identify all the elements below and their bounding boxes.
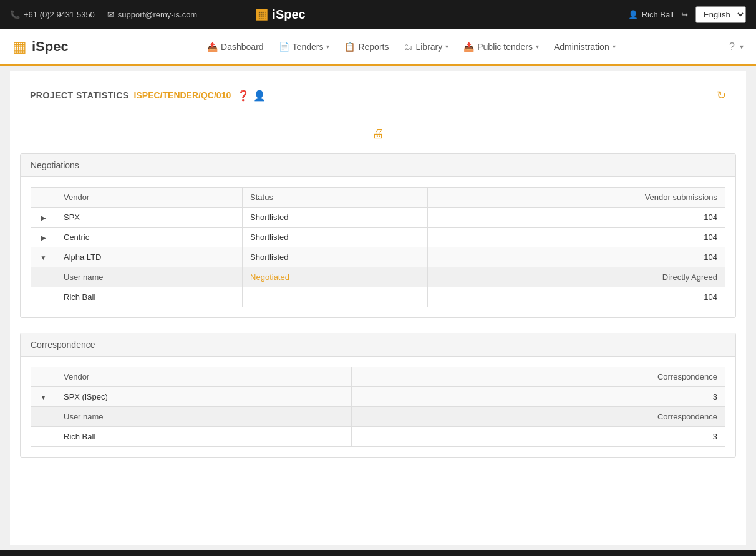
correspondence-section: Correspondence Vendor Correspondence ▼ <box>20 333 736 458</box>
nav-item-dashboard-label: Dashboard <box>221 42 264 52</box>
corr-expand-icon-spx[interactable]: ▼ <box>41 394 47 401</box>
project-stats-title-area: PROJECT STATISTICS ISPEC/TENDER/QC/010 ❓… <box>30 90 266 102</box>
sub-expand-empty <box>31 287 56 307</box>
page-content: PROJECT STATISTICS ISPEC/TENDER/QC/010 ❓… <box>10 71 746 545</box>
nav-item-public-tenders[interactable]: 📤 Public tenders ▾ <box>457 38 545 55</box>
help-icon[interactable]: ? <box>729 41 735 52</box>
nav-logo-text: iSpec <box>32 39 69 55</box>
sub-username-richball: Rich Ball <box>56 287 243 307</box>
phone-icon: 📞 <box>10 10 20 19</box>
status-col-header: Status <box>243 188 428 208</box>
expand-icon-centric[interactable]: ▶ <box>41 234 46 241</box>
nav-bar: ▦ iSpec 📤 Dashboard 📄 Tenders ▾ 📋 Report… <box>0 29 756 66</box>
refresh-icon[interactable]: ↻ <box>717 89 726 102</box>
nav-item-administration[interactable]: Administration ▾ <box>548 38 622 55</box>
sub-negotiated-richball <box>243 287 428 307</box>
nav-item-public-tenders-label: Public tenders <box>477 42 533 52</box>
negotiations-header: Negotiations <box>21 154 735 177</box>
stats-help-icon[interactable]: ❓ <box>237 90 250 102</box>
email-info: ✉ support@remy-is.com <box>107 10 197 19</box>
top-logo-icon: ▦ <box>255 6 268 22</box>
logout-icon: ↪ <box>681 10 688 19</box>
negotiations-section: Negotiations Vendor Status Vendor submis… <box>20 153 736 318</box>
submissions-alpha: 104 <box>427 247 725 267</box>
public-tenders-icon: 📤 <box>463 42 474 52</box>
logout-button[interactable]: ↪ <box>681 10 688 19</box>
top-logo: ▦ iSpec <box>255 6 500 22</box>
nav-right: ? ▾ <box>729 41 744 52</box>
corr-expand-col-header <box>31 367 56 387</box>
corr-expand-btn-spx[interactable]: ▼ <box>31 387 56 407</box>
vendor-spx: SPX <box>56 208 243 228</box>
nav-item-tenders-label: Tenders <box>293 42 324 52</box>
library-dropdown-arrow: ▾ <box>445 43 448 50</box>
correspondence-table: Vendor Correspondence ▼ SPX (iSpec) 3 <box>31 367 725 447</box>
sub-negotiated-col-header: Negotiated <box>243 267 428 287</box>
print-icon[interactable]: 🖨 <box>372 127 384 140</box>
footer: © 2018 Copyright Remy InfoSource Pte Ltd <box>0 550 756 556</box>
submissions-col-header: Vendor submissions <box>427 188 725 208</box>
corr-sub-username-richball: Rich Ball <box>56 427 352 447</box>
negotiations-col-header-row: Vendor Status Vendor submissions <box>31 188 725 208</box>
top-bar: 📞 +61 (0)2 9431 5350 ✉ support@remy-is.c… <box>0 0 756 29</box>
print-area: 🖨 <box>20 120 736 147</box>
user-info: 👤 Rich Ball <box>628 10 674 19</box>
phone-info: 📞 +61 (0)2 9431 5350 <box>10 10 95 19</box>
nav-item-tenders[interactable]: 📄 Tenders ▾ <box>273 38 336 55</box>
tenders-dropdown-arrow: ▾ <box>326 43 329 50</box>
expand-btn-spx[interactable]: ▶ <box>31 208 56 228</box>
expand-btn-alpha[interactable]: ▼ <box>31 247 56 267</box>
nav-logo-icon: ▦ <box>12 38 27 55</box>
corr-sub-correspondence-col-header: Correspondence <box>351 407 725 427</box>
table-row: ▼ SPX (iSpec) 3 <box>31 387 725 407</box>
project-stats-label: PROJECT STATISTICS <box>30 90 129 100</box>
expand-col-header <box>31 188 56 208</box>
tenders-icon: 📄 <box>279 42 289 52</box>
correspondence-sub-header-row: User name Correspondence <box>31 407 725 427</box>
correspondence-sub-data-row: Rich Ball 3 <box>31 427 725 447</box>
correspondence-table-body: ▼ SPX (iSpec) 3 User name Correspondence <box>31 387 725 447</box>
nav-item-reports[interactable]: 📋 Reports <box>338 38 395 55</box>
status-alpha: Shortlisted <box>243 247 428 267</box>
language-select[interactable]: English <box>695 6 746 23</box>
reports-icon: 📋 <box>344 42 355 52</box>
negotiations-table-head: Vendor Status Vendor submissions <box>31 188 725 208</box>
public-tenders-dropdown-arrow: ▾ <box>536 43 539 50</box>
email-icon: ✉ <box>107 10 114 19</box>
table-row: ▶ SPX Shortlisted 104 <box>31 208 725 228</box>
nav-item-dashboard[interactable]: 📤 Dashboard <box>201 38 270 55</box>
table-row: ▼ Alpha LTD Shortlisted 104 <box>31 247 725 267</box>
top-bar-right: 👤 Rich Ball ↪ English <box>501 6 746 23</box>
phone-number: +61 (0)2 9431 5350 <box>24 10 95 19</box>
sub-username-col-header: User name <box>56 267 243 287</box>
nav-more-arrow[interactable]: ▾ <box>740 42 744 51</box>
correspondence-table-head: Vendor Correspondence <box>31 367 725 387</box>
vendor-col-header: Vendor <box>56 188 243 208</box>
email-address: support@remy-is.com <box>118 10 197 19</box>
correspondence-header: Correspondence <box>21 333 735 357</box>
sub-directly-agreed-richball: 104 <box>427 287 725 307</box>
username-label: Rich Ball <box>642 10 674 19</box>
expand-btn-centric[interactable]: ▶ <box>31 228 56 247</box>
correspondence-title: Correspondence <box>31 340 95 350</box>
negotiations-sub-data-row: Rich Ball 104 <box>31 287 725 307</box>
vendor-alpha: Alpha LTD <box>56 247 243 267</box>
expand-icon-spx[interactable]: ▶ <box>41 214 46 221</box>
corr-sub-username-col-header: User name <box>56 407 352 427</box>
corr-count-spx: 3 <box>351 387 725 407</box>
corr-vendor-col-header: Vendor <box>56 367 352 387</box>
corr-sub-count-richball: 3 <box>351 427 725 447</box>
expand-icon-alpha[interactable]: ▼ <box>41 254 47 261</box>
stats-person-icon[interactable]: 👤 <box>253 90 266 102</box>
nav-item-reports-label: Reports <box>358 42 389 52</box>
user-icon: 👤 <box>628 10 638 19</box>
project-stats-id: ISPEC/TENDER/QC/010 <box>134 90 231 100</box>
corr-vendor-spx: SPX (iSpec) <box>56 387 352 407</box>
administration-dropdown-arrow: ▾ <box>613 43 616 50</box>
corr-sub-empty-col <box>31 407 56 427</box>
project-stats-header: PROJECT STATISTICS ISPEC/TENDER/QC/010 ❓… <box>20 81 736 110</box>
top-bar-left: 📞 +61 (0)2 9431 5350 ✉ support@remy-is.c… <box>10 10 255 19</box>
nav-item-library[interactable]: 🗂 Library ▾ <box>397 38 455 55</box>
negotiations-table: Vendor Status Vendor submissions ▶ SPX S… <box>31 187 725 307</box>
sub-empty-col <box>31 267 56 287</box>
